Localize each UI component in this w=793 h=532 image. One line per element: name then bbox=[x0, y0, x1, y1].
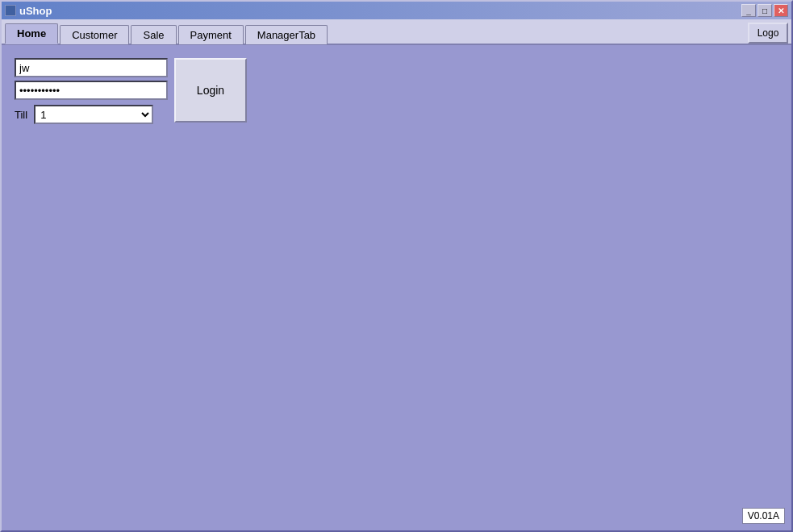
title-buttons: _ □ ✕ bbox=[741, 4, 788, 17]
minimize-button[interactable]: _ bbox=[741, 4, 756, 17]
version-label: V0.01A bbox=[742, 508, 785, 524]
tab-managertab[interactable]: ManagerTab bbox=[245, 25, 328, 44]
login-area: Till 1 2 3 Login bbox=[15, 58, 778, 124]
maximize-button[interactable]: □ bbox=[758, 4, 772, 17]
main-content: Till 1 2 3 Login V0.01A bbox=[2, 45, 791, 530]
till-row: Till 1 2 3 bbox=[15, 105, 168, 124]
title-bar-left: uShop bbox=[5, 5, 52, 17]
app-icon bbox=[5, 5, 16, 16]
logo-button[interactable]: Logo bbox=[748, 23, 788, 44]
main-window: uShop _ □ ✕ Home Customer Sale Payment M… bbox=[0, 0, 793, 532]
till-select[interactable]: 1 2 3 bbox=[34, 105, 153, 124]
close-button[interactable]: ✕ bbox=[774, 4, 788, 17]
login-button[interactable]: Login bbox=[174, 58, 247, 123]
tab-sale[interactable]: Sale bbox=[131, 25, 176, 44]
title-bar: uShop _ □ ✕ bbox=[2, 2, 791, 19]
username-input[interactable] bbox=[15, 58, 168, 77]
tab-payment[interactable]: Payment bbox=[178, 25, 244, 44]
tab-customer[interactable]: Customer bbox=[60, 25, 129, 44]
tab-home[interactable]: Home bbox=[5, 23, 58, 44]
window-title: uShop bbox=[19, 5, 52, 17]
password-input[interactable] bbox=[15, 81, 168, 100]
tab-bar: Home Customer Sale Payment ManagerTab Lo… bbox=[2, 19, 791, 45]
form-fields: Till 1 2 3 bbox=[15, 58, 168, 124]
till-label: Till bbox=[15, 109, 27, 121]
